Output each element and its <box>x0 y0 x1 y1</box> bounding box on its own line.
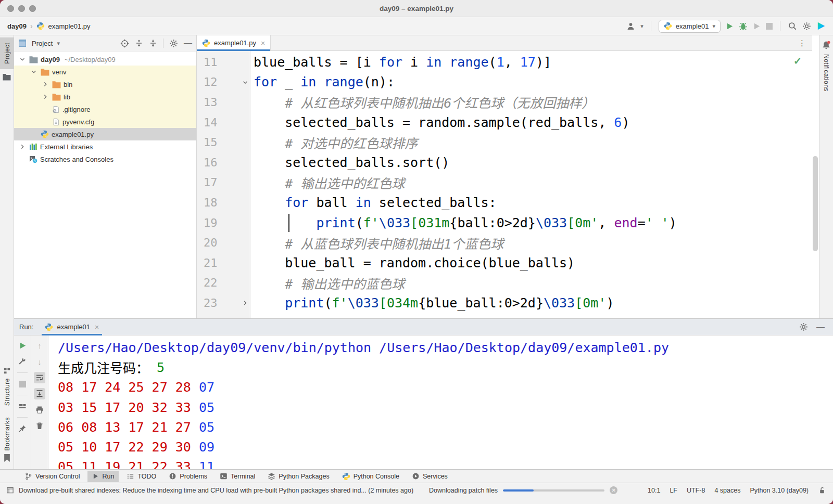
file-encoding[interactable]: UTF-8 <box>687 487 705 494</box>
tool-button-structure[interactable]: Structure <box>3 367 11 406</box>
indent-setting[interactable]: 4 spaces <box>714 487 740 494</box>
collapse-all-icon[interactable] <box>149 39 157 47</box>
chevron-right-icon[interactable] <box>18 143 27 150</box>
chevron-right-icon[interactable] <box>41 93 49 100</box>
code-line-22[interactable]: 22 # 输出选中的蓝色球 <box>197 273 812 293</box>
editor-options-icon[interactable]: ⋮ <box>798 35 806 51</box>
pin-tab-button[interactable] <box>17 423 28 434</box>
close-run-tab-icon[interactable]: × <box>95 323 99 331</box>
scrollbar-thumb[interactable] <box>813 156 818 251</box>
gradient-plugin-icon[interactable] <box>816 21 826 31</box>
line-number[interactable]: 16 <box>197 152 250 173</box>
close-tab-icon[interactable]: × <box>261 39 265 47</box>
code-line-12[interactable]: 12for _ in range(n): <box>197 72 812 93</box>
code-line-11[interactable]: 11blue_balls = [i for i in range(1, 17)] <box>197 52 812 72</box>
notifications-stripe-label[interactable]: Notifications <box>823 54 830 92</box>
code-line-15[interactable]: 15 # 对选中的红色球排序 <box>197 132 812 152</box>
code-line-21[interactable]: 21 blue_ball = random.choice(blue_balls) <box>197 253 812 273</box>
inspection-ok-icon[interactable]: ✓ <box>793 55 802 67</box>
tree-item-bin[interactable]: bin <box>14 78 196 91</box>
rerun-button[interactable] <box>17 340 28 351</box>
user-icon[interactable] <box>626 22 635 31</box>
run-tab-example01[interactable]: example01 × <box>42 318 102 335</box>
code-line-17[interactable]: 17 # 输出选中的红色球 <box>197 173 812 193</box>
line-number[interactable]: 21 <box>197 253 250 273</box>
tool-window-button-terminal[interactable]: Terminal <box>215 471 260 482</box>
tree-item--gitignore[interactable]: .gitignore <box>14 103 196 115</box>
tree-item-pyvenv-cfg[interactable]: pyvenv.cfg <box>14 115 196 128</box>
code-line-16[interactable]: 16 selected_balls.sort() <box>197 152 812 173</box>
code-line-13[interactable]: 13 # 从红色球列表中随机抽出6个红色球（无放回抽样） <box>197 92 812 112</box>
tool-button-project[interactable]: Project <box>0 37 14 69</box>
line-number[interactable]: 12 <box>197 72 250 93</box>
search-icon[interactable] <box>788 21 797 31</box>
interpreter[interactable]: Python 3.10 (day09) <box>750 487 809 494</box>
next-occurrence-button[interactable]: ↓ <box>34 356 45 367</box>
stop-process-button[interactable] <box>17 378 28 390</box>
tool-window-button-run[interactable]: Run <box>87 471 119 482</box>
chevron-down-icon[interactable] <box>18 56 27 63</box>
tree-item-scratches-and-consoles[interactable]: Scratches and Consoles <box>14 153 196 165</box>
status-message[interactable]: Download pre-built shared indexes: Reduc… <box>19 487 413 494</box>
tool-window-button-todo[interactable]: TODO <box>122 471 161 482</box>
chevron-right-icon[interactable] <box>41 81 49 88</box>
tool-button-bookmarks[interactable]: Bookmarks <box>4 417 11 462</box>
code-area[interactable]: 11blue_balls = [i for i in range(1, 17)]… <box>197 51 812 318</box>
line-number[interactable]: 13 <box>197 92 250 112</box>
tool-window-button-python-packages[interactable]: Python Packages <box>263 471 334 482</box>
breadcrumb-file[interactable]: example01.py <box>48 22 91 30</box>
unlocked-padlock-icon[interactable] <box>818 486 826 495</box>
print-button[interactable] <box>34 404 45 416</box>
panel-settings-gear-icon[interactable] <box>169 39 178 48</box>
notifications-bell-icon[interactable] <box>822 41 831 50</box>
code-line-14[interactable]: 14 selected_balls = random.sample(red_ba… <box>197 112 812 133</box>
cancel-progress-icon[interactable]: ✕ <box>610 486 617 494</box>
line-number[interactable]: 22 <box>197 273 250 293</box>
coverage-button[interactable] <box>753 22 761 30</box>
tool-window-button-version-control[interactable]: Version Control <box>20 471 84 482</box>
code-line-18[interactable]: 18 for ball in selected_balls: <box>197 192 812 213</box>
clear-console-button[interactable] <box>34 420 45 432</box>
line-separator[interactable]: LF <box>670 487 677 494</box>
tool-window-button-services[interactable]: Services <box>407 471 452 482</box>
caret-position[interactable]: 10:1 <box>648 487 660 494</box>
restore-layout-button[interactable] <box>17 400 28 412</box>
chevron-down-icon[interactable] <box>30 68 38 75</box>
project-panel-title[interactable]: Project <box>32 40 53 47</box>
prev-occurrence-button[interactable]: ↑ <box>34 340 45 351</box>
tree-item-venv[interactable]: venv <box>14 66 196 78</box>
breadcrumb-project[interactable]: day09 <box>7 22 27 30</box>
hide-run-panel-icon[interactable]: — <box>816 325 825 330</box>
fold-open-icon[interactable] <box>242 75 249 88</box>
editor-scrollbar[interactable] <box>812 51 819 318</box>
stop-button[interactable] <box>766 23 773 30</box>
run-button[interactable] <box>726 22 734 30</box>
line-number[interactable]: 19 <box>197 213 250 233</box>
debug-button[interactable] <box>739 22 748 31</box>
code-line-23[interactable]: 23 print(f'\033[034m{blue_ball:0>2d}\033… <box>197 293 812 313</box>
run-configuration-select[interactable]: example01 ▾ <box>659 20 721 33</box>
scroll-to-end-button[interactable] <box>34 388 45 399</box>
tool-window-button-problems[interactable]: Problems <box>164 471 212 482</box>
fold-close-icon[interactable] <box>242 296 249 309</box>
project-view-caret[interactable]: ▾ <box>57 40 60 47</box>
hide-panel-icon[interactable]: — <box>184 41 192 46</box>
locate-file-icon[interactable] <box>120 39 129 48</box>
line-number[interactable]: 14 <box>197 112 250 133</box>
line-number[interactable]: 15 <box>197 132 250 152</box>
line-number[interactable]: 11 <box>197 52 250 72</box>
line-number[interactable]: 23 <box>197 293 250 313</box>
editor-tab-example01[interactable]: example01.py × <box>197 35 271 50</box>
expand-all-icon[interactable] <box>135 39 143 47</box>
settings-gear-icon[interactable] <box>802 22 811 31</box>
run-console[interactable]: /Users/Hao/Desktop/day09/venv/bin/python… <box>48 335 833 469</box>
tree-item-day09[interactable]: day09~/Desktop/day09 <box>14 53 196 66</box>
tree-item-external-libraries[interactable]: External Libraries <box>14 140 196 153</box>
line-number[interactable]: 20 <box>197 232 250 253</box>
run-settings-gear-icon[interactable] <box>799 322 808 331</box>
tree-item-lib[interactable]: lib <box>14 91 196 103</box>
tool-window-button-python-console[interactable]: Python Console <box>337 471 404 482</box>
edit-configuration-button[interactable] <box>17 356 28 367</box>
code-line-20[interactable]: 20 # 从蓝色球列表中随机抽出1个蓝色球 <box>197 232 812 253</box>
tree-item-example01-py[interactable]: example01.py <box>14 128 196 140</box>
